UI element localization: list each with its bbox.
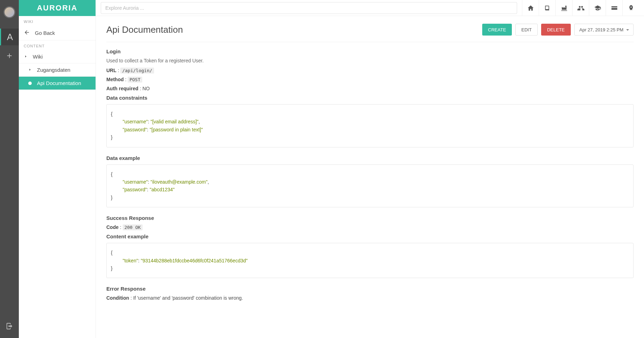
logout-icon <box>6 322 13 330</box>
code-constraints: { "username": "[valid email address]", "… <box>106 104 634 147</box>
code-data-example: { "username": "iloveauth@example.com", "… <box>106 164 634 208</box>
kv-auth: Auth required : NO <box>106 86 634 91</box>
rocket-icon <box>628 5 635 11</box>
nav-home[interactable] <box>522 0 539 16</box>
code-str: "[password in plain text]" <box>150 127 203 132</box>
card-icon <box>611 5 618 11</box>
auth-value: NO <box>142 86 150 91</box>
top-icons <box>522 0 639 16</box>
kv-condition: Condition : If 'username' and 'password'… <box>106 295 634 301</box>
sidebar-item-wiki-label: Wiki <box>33 54 43 60</box>
date-dropdown[interactable]: Apr 27, 2019 2:25 PM <box>574 24 634 36</box>
colon: : <box>148 119 151 124</box>
heading-content-example: Content example <box>106 233 634 239</box>
brace: { <box>111 111 113 117</box>
nav-book[interactable] <box>539 0 555 16</box>
sidebar-item-zugangsdaten-label: Zugangsdaten <box>37 67 70 73</box>
top-bar <box>96 0 644 16</box>
heading-login: Login <box>106 48 634 54</box>
method-label: Method <box>106 77 124 82</box>
code-token: { "token": "93144b288eb1fdccbe46d6fc0f24… <box>106 243 634 278</box>
divider <box>106 42 634 42</box>
comma: , <box>198 119 200 124</box>
colon: : <box>148 179 151 185</box>
colon: : <box>119 224 123 230</box>
book-icon <box>544 5 551 11</box>
industry-icon <box>561 5 568 11</box>
plus-icon <box>6 52 13 60</box>
kv-method: Method : POST <box>106 77 634 82</box>
main-column: Api Documentation CREATE EDIT DELETE Apr… <box>96 0 644 338</box>
page-actions: CREATE EDIT DELETE Apr 27, 2019 2:25 PM <box>482 24 634 36</box>
sidebar-section-content-title: CONTENT <box>19 40 96 50</box>
colon: : <box>124 77 128 82</box>
brace: } <box>111 135 113 140</box>
sidebar-item-api-documentation[interactable]: Api Documentation <box>19 77 96 90</box>
code-str: "abcd1234" <box>150 187 174 192</box>
colon: : <box>138 86 143 91</box>
delete-button[interactable]: DELETE <box>541 24 571 36</box>
code-key: "password" <box>123 127 147 132</box>
nav-rocket[interactable] <box>622 0 639 16</box>
heading-constraints: Data constraints <box>106 95 634 101</box>
brace: } <box>111 266 113 271</box>
heading-error: Error Response <box>106 286 634 292</box>
avatar[interactable] <box>3 6 15 18</box>
code-value: 200 OK <box>123 224 143 230</box>
code-label: Code <box>106 224 119 230</box>
code-key: "username" <box>123 179 148 185</box>
logout-button[interactable] <box>0 318 19 335</box>
colon: : <box>116 68 121 73</box>
home-icon <box>527 5 534 11</box>
chevron-right-icon <box>24 54 28 60</box>
heading-success: Success Response <box>106 215 634 221</box>
method-value: POST <box>128 77 142 83</box>
sidebar-section-wiki-title: WIKI <box>19 16 96 26</box>
sidebar: AURORIA WIKI Go Back CONTENT Wiki Zugang… <box>19 0 96 338</box>
colon: : <box>129 295 133 301</box>
date-value: Apr 27, 2019 2:25 PM <box>579 27 623 32</box>
kv-url: URL : /api/login/ <box>106 68 634 73</box>
search-input[interactable] <box>101 2 517 14</box>
sidebar-item-api-documentation-label: Api Documentation <box>37 80 81 86</box>
document-body: Login Used to collect a Token for a regi… <box>106 48 634 301</box>
code-key: "password" <box>123 187 147 192</box>
sidebar-item-wiki[interactable]: Wiki <box>19 50 96 63</box>
heading-data-example: Data example <box>106 155 634 161</box>
nav-users[interactable] <box>572 0 589 16</box>
colon: : <box>138 258 141 263</box>
condition-value: If 'username' and 'password' combination… <box>133 295 243 301</box>
brace: } <box>111 195 113 200</box>
condition-label: Condition <box>106 295 129 301</box>
add-workspace-button[interactable] <box>0 47 19 64</box>
code-str: "[valid email address]" <box>151 119 199 124</box>
arrow-left-icon <box>24 29 30 37</box>
sidebar-item-zugangsdaten[interactable]: Zugangsdaten <box>19 63 96 77</box>
page-title: Api Documentation <box>106 24 183 35</box>
rail-workspace-letter[interactable]: A <box>0 29 19 45</box>
page-header: Api Documentation CREATE EDIT DELETE Apr… <box>106 24 634 36</box>
graduation-icon <box>594 5 601 11</box>
nav-graduation[interactable] <box>589 0 606 16</box>
code-key: "username" <box>123 119 148 124</box>
sidebar-go-back[interactable]: Go Back <box>19 26 96 40</box>
nav-card[interactable] <box>606 0 622 16</box>
sidebar-go-back-label: Go Back <box>35 30 55 36</box>
nav-industry[interactable] <box>555 0 572 16</box>
brace: { <box>111 250 113 255</box>
code-key: "token" <box>123 258 138 263</box>
code-str: "93144b288eb1fdccbe46d6fc0f241a51766ecd3… <box>141 258 248 263</box>
code-str: "iloveauth@example.com" <box>151 179 207 185</box>
kv-code: Code : 200 OK <box>106 224 634 230</box>
brace: { <box>111 171 113 177</box>
chevron-right-icon <box>28 67 32 73</box>
comma: , <box>207 179 209 185</box>
users-icon <box>577 5 584 11</box>
auth-label: Auth required <box>106 86 138 91</box>
url-value: /api/login/ <box>120 68 154 74</box>
dot-icon <box>28 82 32 85</box>
create-button[interactable]: CREATE <box>482 24 512 36</box>
login-description: Used to collect a Token for a registered… <box>106 58 634 63</box>
edit-button[interactable]: EDIT <box>515 24 538 36</box>
brand-logo[interactable]: AURORIA <box>19 0 96 16</box>
